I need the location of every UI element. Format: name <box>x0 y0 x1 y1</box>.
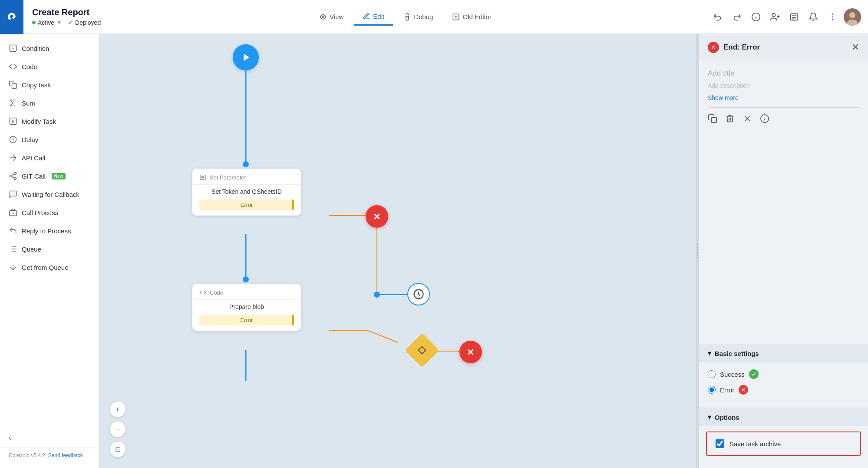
panel-add-title[interactable]: Add title <box>708 69 859 78</box>
sidebar-collapse-btn[interactable]: ‹ <box>0 428 99 448</box>
panel-close-btn[interactable]: ✕ <box>851 42 859 53</box>
info-btn[interactable] <box>748 9 764 25</box>
node1-title: Set Token and GSheetsID <box>192 185 301 197</box>
svg-point-6 <box>772 13 775 16</box>
new-badge: New <box>52 173 66 179</box>
active-badge: Active ▼ <box>32 19 62 26</box>
deployed-badge: ✔ Deployed <box>68 19 101 26</box>
sidebar: Condition Code Copy task Sum Modify Task… <box>0 34 99 468</box>
error-circle-1[interactable] <box>366 205 388 228</box>
svg-point-42 <box>374 292 380 298</box>
zoom-out-btn[interactable]: − <box>109 421 126 438</box>
error-radio-row: Error <box>708 385 859 395</box>
topbar: Create Report Active ▼ ✔ Deployed View E… <box>0 0 868 34</box>
show-more-link[interactable]: Show more <box>708 94 859 101</box>
start-node[interactable] <box>233 44 259 70</box>
success-icon <box>749 369 759 379</box>
panel-copy-btn[interactable] <box>708 114 717 126</box>
fit-btn[interactable]: ⊡ <box>109 441 126 458</box>
node-code[interactable]: Code Prepare blob Error <box>192 284 301 331</box>
error-label: Error <box>720 386 734 394</box>
title-area: Create Report Active ▼ ✔ Deployed <box>32 7 101 26</box>
node2-badge: Error <box>199 315 294 325</box>
svg-point-38 <box>243 276 249 282</box>
sidebar-footer: Corezoid v5.4.2 Send feedback <box>0 448 99 463</box>
node-set-parameter[interactable]: Set Parameter Set Token and GSheetsID Er… <box>192 169 301 216</box>
nav-view-btn[interactable]: View <box>310 9 352 25</box>
redo-btn[interactable] <box>729 9 745 25</box>
list-btn[interactable] <box>786 9 802 25</box>
save-task-archive-checkbox[interactable] <box>716 439 724 448</box>
undo-btn[interactable] <box>710 9 726 25</box>
options-header[interactable]: ▾ Options <box>699 408 868 426</box>
app-title: Create Report <box>32 7 101 17</box>
panel-header: End: Error ✕ <box>699 34 868 61</box>
svg-point-13 <box>832 13 833 15</box>
nav-bar: View Edit Debug Old Editor <box>310 8 500 26</box>
svg-point-14 <box>832 16 833 17</box>
right-panel: End: Error ✕ Add title Add description S… <box>699 34 868 468</box>
success-radio[interactable] <box>708 370 716 378</box>
sidebar-item-api-call[interactable]: API Call <box>0 149 99 167</box>
panel-header-icon <box>708 42 719 53</box>
options-label: Options <box>715 414 739 421</box>
canvas-controls: + − ⊡ <box>109 401 126 458</box>
canvas-connectors <box>99 34 696 468</box>
svg-point-1 <box>322 16 324 18</box>
options-content: Save task archive <box>699 426 868 468</box>
nav-edit-btn[interactable]: Edit <box>354 8 393 26</box>
sidebar-item-get-queue[interactable]: Get from Queue <box>0 258 99 276</box>
svg-point-25 <box>14 177 17 179</box>
svg-point-15 <box>832 19 833 20</box>
diamond-node-wrapper <box>410 338 434 362</box>
avatar[interactable] <box>844 8 861 26</box>
more-btn[interactable] <box>825 9 840 25</box>
error-radio[interactable] <box>708 386 716 394</box>
nav-debug-btn[interactable]: Debug <box>395 9 442 25</box>
status-badges: Active ▼ ✔ Deployed <box>32 19 101 26</box>
sidebar-item-code[interactable]: Code <box>0 57 99 76</box>
canvas-area[interactable]: Set Parameter Set Token and GSheetsID Er… <box>99 34 696 468</box>
main-layout: Condition Code Copy task Sum Modify Task… <box>0 34 868 468</box>
feedback-link[interactable]: Send feedback <box>48 452 83 458</box>
panel-delete-btn[interactable] <box>725 114 735 126</box>
svg-line-44 <box>367 330 398 342</box>
sidebar-item-call-process[interactable]: Call Process <box>0 203 99 222</box>
error-circle-2[interactable] <box>459 341 482 363</box>
svg-point-17 <box>849 12 855 18</box>
panel-add-description[interactable]: Add description <box>708 82 859 89</box>
save-task-archive-label: Save task archive <box>729 440 781 448</box>
svg-rect-20 <box>12 84 17 89</box>
sidebar-item-modify-task[interactable]: Modify Task <box>0 112 99 130</box>
toolbar-actions <box>710 8 861 26</box>
success-radio-row: Success <box>708 369 859 379</box>
basic-settings-label: Basic settings <box>715 350 759 357</box>
delay-node[interactable] <box>407 283 430 305</box>
options-section: ▾ Options Save task archive <box>699 408 868 468</box>
svg-point-36 <box>243 161 249 167</box>
sidebar-item-reply-process[interactable]: Reply to Process <box>0 222 99 240</box>
sidebar-item-condition[interactable]: Condition <box>0 39 99 57</box>
sidebar-item-copy-task[interactable]: Copy task <box>0 76 99 94</box>
panel-info-btn[interactable] <box>760 114 769 126</box>
zoom-in-btn[interactable]: + <box>109 401 126 418</box>
svg-rect-59 <box>711 117 716 123</box>
panel-disconnect-btn[interactable] <box>743 114 752 126</box>
panel-title: End: Error <box>723 43 851 52</box>
basic-settings-section: ▾ Basic settings Success Error <box>699 344 868 408</box>
sidebar-item-git-call[interactable]: GIT Call New <box>0 167 99 185</box>
save-task-archive-row: Save task archive <box>706 431 861 456</box>
sidebar-item-delay[interactable]: Delay <box>0 130 99 149</box>
panel-body: Add title Add description Show more <box>699 61 868 344</box>
logo[interactable] <box>0 0 23 34</box>
sidebar-item-waiting-callback[interactable]: Waiting for Callback <box>0 185 99 203</box>
options-chevron: ▾ <box>708 413 711 421</box>
basic-settings-header[interactable]: ▾ Basic settings <box>699 344 868 362</box>
user-plus-btn[interactable] <box>767 9 783 25</box>
sidebar-item-queue[interactable]: Queue <box>0 240 99 258</box>
panel-icons-row <box>708 114 859 126</box>
svg-point-23 <box>14 173 17 175</box>
bell-btn[interactable] <box>805 9 821 25</box>
sidebar-item-sum[interactable]: Sum <box>0 94 99 112</box>
nav-old-editor-btn[interactable]: Old Editor <box>443 9 500 25</box>
